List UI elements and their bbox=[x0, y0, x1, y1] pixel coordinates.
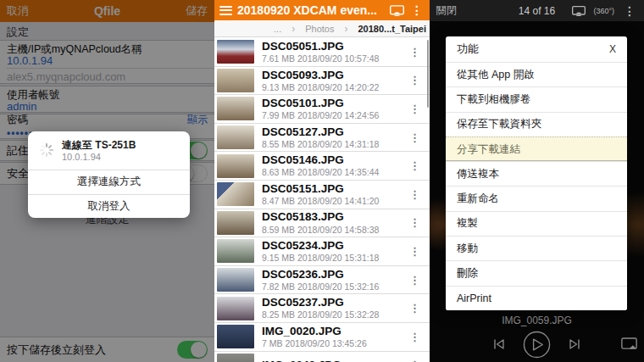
qfile-settings-screen: 取消 Qfile 儲存 設定 主機/IP或myQNAPcloud名稱 10.0.… bbox=[0, 0, 214, 362]
breadcrumb-item[interactable]: 20180...t_Taipei bbox=[358, 24, 426, 34]
breadcrumb-item[interactable]: ... bbox=[274, 24, 281, 34]
play-button[interactable] bbox=[523, 331, 551, 359]
row-menu-icon[interactable]: ⋮ bbox=[403, 47, 426, 58]
file-row[interactable]: DSC05127.JPG8.55 MB 2018/09/20 14:31:18⋮ bbox=[214, 124, 430, 153]
file-meta: 9.15 MB 2018/09/20 15:31:18 bbox=[262, 253, 403, 264]
image-viewer-screen: 關閉 14 of 16 360° ⋮ 功能 X 從其他 App 開啟下載到相機膠… bbox=[430, 0, 644, 362]
action-menu: 功能 X 從其他 App 開啟下載到相機膠卷保存至下載資料夾分享下載連結傳送複本… bbox=[446, 36, 627, 310]
file-meta: 7 MB 2018/09/20 13:45:26 bbox=[262, 338, 403, 349]
file-thumbnail bbox=[217, 69, 254, 92]
file-name: DSC05093.JPG bbox=[262, 69, 403, 82]
file-name: DSC05151.JPG bbox=[262, 182, 403, 196]
cancel-login-button[interactable]: 取消登入 bbox=[28, 194, 190, 219]
file-list: DSC05051.JPG7.61 MB 2018/09/20 10:57:48⋮… bbox=[214, 38, 430, 362]
file-meta: 7.61 MB 2018/09/20 10:57:48 bbox=[262, 53, 403, 64]
file-thumbnail bbox=[217, 211, 254, 235]
row-menu-icon[interactable]: ⋮ bbox=[403, 75, 426, 86]
row-menu-icon[interactable]: ⋮ bbox=[403, 103, 426, 114]
file-thumbnail bbox=[217, 97, 254, 120]
file-meta: 8.63 MB 2018/09/20 14:35:44 bbox=[262, 167, 403, 178]
file-name: DSC05127.JPG bbox=[262, 125, 403, 139]
next-button[interactable] bbox=[568, 337, 581, 351]
scrollbar[interactable] bbox=[427, 40, 429, 108]
menu-item[interactable]: 從其他 App 開啟 bbox=[446, 62, 627, 86]
cast-icon[interactable] bbox=[390, 5, 404, 16]
file-name: IMG_0020.JPG bbox=[262, 325, 403, 338]
file-row[interactable]: DSC05237.JPG8.25 MB 2018/09/20 15:32:28⋮ bbox=[214, 294, 430, 323]
view-360-icon[interactable]: 360° bbox=[593, 7, 614, 15]
menu-item[interactable]: 複製 bbox=[446, 211, 627, 236]
cast-icon[interactable] bbox=[572, 6, 586, 16]
file-meta: 8.59 MB 2018/09/20 14:58:38 bbox=[262, 225, 403, 236]
file-meta: 8.25 MB 2018/09/20 15:32:28 bbox=[262, 309, 403, 320]
choose-connection-method-button[interactable]: 選擇連線方式 bbox=[28, 170, 190, 194]
file-thumbnail bbox=[217, 239, 254, 263]
file-row[interactable]: DSC05146.JPG8.63 MB 2018/09/20 14:35:44⋮ bbox=[214, 152, 430, 181]
current-filename: IMG_0059.JPG bbox=[430, 315, 644, 326]
row-menu-icon[interactable]: ⋮ bbox=[403, 275, 426, 286]
triple-screenshot-composite: 取消 Qfile 儲存 設定 主機/IP或myQNAPcloud名稱 10.0.… bbox=[0, 0, 644, 362]
menu-item[interactable]: 保存至下載資料夾 bbox=[446, 112, 627, 136]
menu-item[interactable]: 刪除 bbox=[446, 260, 627, 285]
chevron-right-icon: › bbox=[344, 23, 347, 35]
menu-item[interactable]: AirPrint bbox=[446, 286, 627, 310]
file-row[interactable]: DSC05234.JPG9.15 MB 2018/09/20 15:31:18⋮ bbox=[214, 237, 430, 266]
file-meta: 8.47 MB 2018/09/20 14:41:20 bbox=[262, 196, 403, 207]
row-menu-icon[interactable]: ⋮ bbox=[403, 217, 426, 228]
file-thumbnail bbox=[217, 40, 254, 64]
file-row[interactable]: DSC05183.JPG8.59 MB 2018/09/20 14:58:38⋮ bbox=[214, 209, 430, 238]
file-row[interactable]: IMG_0020.JPG7 MB 2018/09/20 13:45:26⋮ bbox=[214, 323, 430, 352]
menu-item[interactable]: 傳送複本 bbox=[446, 161, 627, 186]
close-icon[interactable]: X bbox=[609, 43, 616, 55]
overflow-menu-icon[interactable]: ⋮ bbox=[622, 5, 637, 17]
file-row[interactable]: DSC05051.JPG7.61 MB 2018/09/20 10:57:48⋮ bbox=[214, 38, 430, 67]
airplay-pip-icon[interactable] bbox=[621, 337, 637, 350]
row-menu-icon[interactable]: ⋮ bbox=[403, 246, 426, 257]
row-menu-icon[interactable]: ⋮ bbox=[403, 331, 426, 343]
menu-item[interactable]: 重新命名 bbox=[446, 186, 627, 210]
file-thumbnail bbox=[217, 182, 254, 206]
folder-title: 20180920 XDCAM even... bbox=[237, 3, 385, 17]
loading-spinner-icon bbox=[39, 142, 54, 158]
previous-button[interactable] bbox=[492, 337, 506, 351]
breadcrumb: ...›Photos›20180...t_Taipei bbox=[214, 20, 430, 37]
row-menu-icon[interactable]: ⋮ bbox=[403, 189, 426, 200]
file-name: DSC05183.JPG bbox=[262, 210, 403, 224]
file-row[interactable]: IMG_0042.JPG⋮ bbox=[214, 352, 430, 362]
file-meta: 8.55 MB 2018/09/20 14:31:18 bbox=[262, 139, 403, 150]
row-menu-icon[interactable]: ⋮ bbox=[403, 132, 426, 143]
file-thumbnail bbox=[217, 354, 254, 362]
overflow-menu-icon[interactable]: ⋮ bbox=[409, 4, 425, 16]
file-name: DSC05237.JPG bbox=[262, 296, 403, 309]
file-name: IMG_0042.JPG bbox=[262, 359, 403, 362]
file-name: DSC05051.JPG bbox=[262, 40, 403, 53]
file-name: DSC05234.JPG bbox=[262, 239, 403, 253]
file-meta: 7.99 MB 2018/09/20 14:24:56 bbox=[262, 110, 403, 121]
breadcrumb-item[interactable]: Photos bbox=[305, 24, 334, 34]
file-name: DSC05236.JPG bbox=[262, 268, 403, 281]
file-thumbnail bbox=[217, 297, 254, 320]
row-menu-icon[interactable]: ⋮ bbox=[403, 160, 426, 171]
file-row[interactable]: DSC05236.JPG7.82 MB 2018/09/20 15:32:16⋮ bbox=[214, 266, 430, 295]
menu-hamburger-icon[interactable] bbox=[219, 6, 232, 15]
menu-item[interactable]: 分享下載連結 bbox=[446, 136, 627, 161]
file-thumbnail bbox=[217, 325, 254, 348]
file-thumbnail bbox=[217, 154, 254, 178]
file-row[interactable]: DSC05151.JPG8.47 MB 2018/09/20 14:41:20⋮ bbox=[214, 181, 430, 209]
menu-item[interactable]: 下載到相機膠卷 bbox=[446, 86, 627, 111]
file-meta: 9.13 MB 2018/09/20 14:20:22 bbox=[262, 82, 403, 93]
file-name: DSC05101.JPG bbox=[262, 97, 403, 110]
dialog-title: 連線至 TS-251B bbox=[62, 138, 136, 153]
file-meta: 7.82 MB 2018/09/20 15:32:16 bbox=[262, 281, 403, 292]
menu-item[interactable]: 移動 bbox=[446, 236, 627, 260]
file-row[interactable]: DSC05101.JPG7.99 MB 2018/09/20 14:24:56⋮ bbox=[214, 95, 430, 124]
middle-navbar: 20180920 XDCAM even... ⋮ bbox=[214, 0, 430, 20]
connect-dialog: 連線至 TS-251B 10.0.1.94 選擇連線方式 取消登入 bbox=[28, 131, 190, 218]
row-menu-icon[interactable]: ⋮ bbox=[403, 303, 426, 314]
chevron-right-icon: › bbox=[291, 23, 295, 35]
playback-controls bbox=[430, 329, 644, 359]
file-row[interactable]: DSC05093.JPG9.13 MB 2018/09/20 14:20:22⋮ bbox=[214, 67, 430, 96]
viewer-navbar: 關閉 14 of 16 360° ⋮ bbox=[430, 0, 644, 21]
file-thumbnail bbox=[217, 268, 254, 292]
file-thumbnail bbox=[217, 125, 254, 149]
